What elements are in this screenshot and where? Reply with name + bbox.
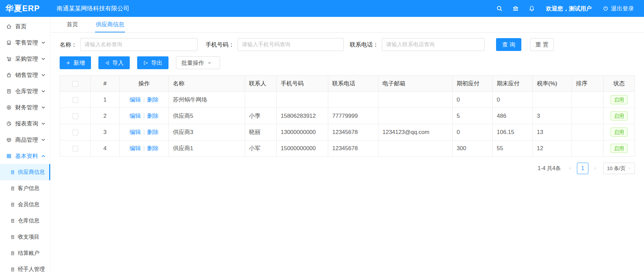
cell-name: 供应商5 xyxy=(169,108,245,124)
cell-phone: 15806283912 xyxy=(277,108,328,124)
page-number-button[interactable]: 1 xyxy=(577,163,588,174)
row-index: 3 xyxy=(91,124,120,140)
sidebar-item-retail[interactable]: 零售管理 xyxy=(0,34,50,51)
sidebar-item-purchase[interactable]: 采购管理 xyxy=(0,51,50,67)
import-button[interactable]: 导入 xyxy=(98,56,130,69)
cell-contact: 小季 xyxy=(245,108,277,124)
cell-tel: 77779999 xyxy=(328,108,378,124)
export-button[interactable]: 导出 xyxy=(137,56,168,69)
row-index: 2 xyxy=(91,108,120,124)
bank-icon[interactable] xyxy=(512,5,519,12)
edit-link[interactable]: 编辑 xyxy=(129,145,141,152)
cart-icon xyxy=(6,56,12,62)
edit-link[interactable]: 编辑 xyxy=(129,129,141,135)
col-tel: 联系电话 xyxy=(328,76,378,92)
cell-init-payable: 0 xyxy=(453,92,493,108)
cell-tax-rate: 12 xyxy=(533,140,572,157)
book-icon xyxy=(6,88,12,94)
sidebar-item-member-info[interactable]: 会员信息 xyxy=(0,196,50,213)
tel-filter-input[interactable] xyxy=(382,38,485,51)
cell-tax-rate: 13 xyxy=(533,124,572,140)
cell-name: 供应商3 xyxy=(169,124,245,140)
sidebar-item-handler-management[interactable]: 经手人管理 xyxy=(0,261,50,272)
row-checkbox[interactable] xyxy=(72,113,78,119)
home-icon xyxy=(6,24,12,29)
cell-contact: 晓丽 xyxy=(245,124,277,140)
search-icon[interactable] xyxy=(496,5,503,12)
sidebar-item-warehouse[interactable]: 仓库管理 xyxy=(0,83,50,99)
edit-link[interactable]: 编辑 xyxy=(129,97,141,103)
chevron-down-icon xyxy=(40,40,46,46)
main-area: 首页 供应商信息 名称： 手机号码： 联系电话： 查 询 重 置 xyxy=(51,17,644,272)
shopping-bag-icon xyxy=(6,72,12,78)
phone-filter-input[interactable] xyxy=(238,38,344,51)
reset-button[interactable]: 重 置 xyxy=(530,38,554,51)
sidebar-item-sales[interactable]: 销售管理 xyxy=(0,67,50,83)
row-checkbox[interactable] xyxy=(72,97,78,103)
chevron-down-icon xyxy=(40,105,46,110)
cell-email: 1234123@qq.com xyxy=(378,124,453,140)
tel-filter-label: 联系电话： xyxy=(350,41,378,49)
bell-icon[interactable] xyxy=(528,5,535,12)
doc-icon xyxy=(10,218,15,223)
sidebar-item-customer-info[interactable]: 客户信息 xyxy=(0,180,50,196)
sidebar-item-supplier-info[interactable]: 供应商信息 xyxy=(0,164,50,180)
table-row: 2 编辑|删除 供应商5 小季 15806283912 77779999 5 4… xyxy=(60,108,635,124)
logout-button[interactable]: 退出登录 xyxy=(603,5,634,12)
delete-link[interactable]: 删除 xyxy=(147,97,159,103)
col-end-payable: 期末应付 xyxy=(493,76,533,92)
chevron-down-icon xyxy=(628,167,631,170)
sidebar-item-home[interactable]: 首页 xyxy=(0,18,50,34)
sidebar-item-settlement-account[interactable]: 结算账户 xyxy=(0,245,50,261)
col-index: # xyxy=(91,76,120,92)
sidebar-item-income-expense[interactable]: 收支项目 xyxy=(0,229,50,245)
cell-tel: 12345678 xyxy=(328,140,378,157)
tab-home[interactable]: 首页 xyxy=(66,17,79,32)
sidebar-item-goods[interactable]: 商品管理 xyxy=(0,132,50,148)
name-filter-input[interactable] xyxy=(80,38,197,51)
cell-sort xyxy=(572,140,604,157)
cell-tax-rate: 3 xyxy=(533,108,572,124)
cell-phone xyxy=(277,92,328,108)
delete-link[interactable]: 删除 xyxy=(147,113,159,119)
col-email: 电子邮箱 xyxy=(378,76,453,92)
logout-icon xyxy=(603,5,609,11)
tab-supplier-info[interactable]: 供应商信息 xyxy=(95,17,125,32)
filter-bar: 名称： 手机号码： 联系电话： 查 询 重 置 xyxy=(60,38,635,51)
delete-link[interactable]: 删除 xyxy=(147,145,159,152)
edit-link[interactable]: 编辑 xyxy=(129,113,141,119)
chevron-down-icon xyxy=(207,60,212,65)
delete-link[interactable]: 删除 xyxy=(147,129,159,135)
batch-actions-dropdown[interactable]: 批量操作 xyxy=(176,56,220,69)
sidebar-item-reports[interactable]: 报表查询 xyxy=(0,115,50,132)
row-index: 4 xyxy=(91,140,120,157)
cell-email xyxy=(378,140,453,157)
table-row: 1 编辑|删除 苏州蜗牛网络 0 0 启用 xyxy=(60,92,635,108)
supplier-table: # 操作 名称 联系人 手机号码 联系电话 电子邮箱 期初应付 期末应付 税率(… xyxy=(60,75,635,157)
sidebar-item-warehouse-info[interactable]: 仓库信息 xyxy=(0,213,50,229)
next-page-button[interactable] xyxy=(590,163,600,173)
search-button[interactable]: 查 询 xyxy=(496,38,521,51)
cell-sort xyxy=(572,108,604,124)
doc-icon xyxy=(10,267,15,272)
row-checkbox[interactable] xyxy=(72,130,78,135)
cell-name: 供应商1 xyxy=(169,140,245,157)
status-badge: 启用 xyxy=(611,95,627,105)
table-header-row: # 操作 名称 联系人 手机号码 联系电话 电子邮箱 期初应付 期末应付 税率(… xyxy=(60,76,635,92)
cell-sort xyxy=(572,124,604,140)
company-name: 南通某某网络科技有限公司 xyxy=(57,4,129,12)
box-icon xyxy=(6,137,12,143)
chevron-right-icon xyxy=(593,166,597,170)
page-size-select[interactable]: 10 条/页 xyxy=(603,163,635,174)
row-checkbox[interactable] xyxy=(72,146,78,152)
divider: | xyxy=(143,113,145,119)
app-logo: 华夏ERP xyxy=(0,3,51,14)
cell-sort xyxy=(572,92,604,108)
add-button[interactable]: 新增 xyxy=(60,56,91,69)
table-row: 3 编辑|删除 供应商3 晓丽 13000000000 12345678 123… xyxy=(60,124,635,140)
sidebar-item-finance[interactable]: 财务管理 xyxy=(0,99,50,115)
prev-page-button[interactable] xyxy=(565,163,575,173)
sidebar-item-basic-data[interactable]: 基本资料 xyxy=(0,148,50,164)
select-all-checkbox[interactable] xyxy=(72,81,78,87)
cell-contact xyxy=(245,92,277,108)
